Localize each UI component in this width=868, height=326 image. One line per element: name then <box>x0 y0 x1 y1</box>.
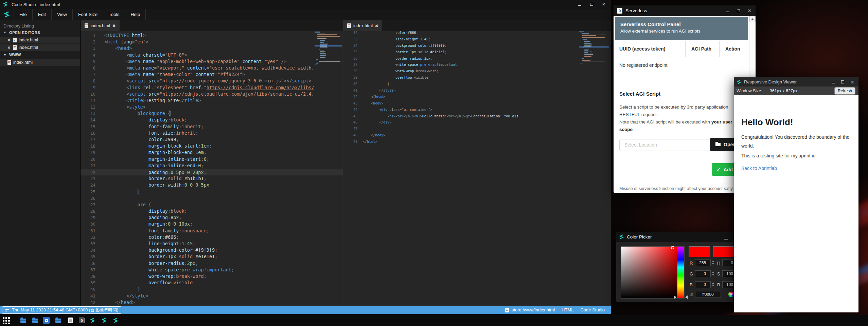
refresh-button[interactable]: Refresh <box>835 88 855 94</box>
status-datetime: Thu May 11 2023 21:54:48 GMT+0800 (台北標準時… <box>12 307 119 313</box>
minimap-cursor-indicator <box>579 46 609 47</box>
code-line: 41 </style> <box>81 293 343 299</box>
hue-marker-left-icon[interactable] <box>674 295 676 299</box>
scroll-up-button[interactable] <box>749 16 756 22</box>
code-line: 27 pre { <box>81 202 343 208</box>
viewer-titlebar[interactable]: Responsive Design Viewer ✕ <box>734 77 858 87</box>
sv-selector-marker[interactable] <box>671 246 674 249</box>
menu-edit[interactable]: Edit <box>32 9 51 20</box>
viewer-title: Responsive Design Viewer <box>744 79 797 84</box>
sidebar-section-www[interactable]: ▼WWW <box>0 52 80 58</box>
sidebar-item-index.html[interactable]: ✖index.html <box>0 44 80 51</box>
tab-close-icon[interactable]: ✖ <box>112 24 116 28</box>
close-icon[interactable]: ✖ <box>7 46 12 50</box>
file-icon <box>7 60 11 65</box>
menu-help[interactable]: Help <box>125 9 146 20</box>
taskbar-codestudio-icon[interactable] <box>113 318 119 323</box>
serverless-header-subtitle: Allow external services to run AGI scrip… <box>620 28 743 34</box>
code-editor-1[interactable]: 1<!DOCTYPE html>2<html lang="en">3 <head… <box>81 31 343 306</box>
taskbar-codestudio-icon[interactable] <box>101 318 107 323</box>
code-line: 17 color:#999; <box>81 136 343 143</box>
field-input[interactable]: 0 <box>695 270 711 277</box>
sidebar-item-index.html[interactable]: ✖index.html <box>0 37 80 43</box>
close-button[interactable]: ✕ <box>747 8 751 13</box>
maximize-button[interactable] <box>590 2 593 6</box>
status-language[interactable]: HTML <box>562 307 573 312</box>
taskbar-folder-icon[interactable] <box>55 318 61 323</box>
maximize-button[interactable] <box>841 80 844 84</box>
color-sphere-icon[interactable] <box>728 292 734 297</box>
endpoint-table-header: UUID (access token) AGI Path Action <box>614 41 749 57</box>
hue-slider[interactable] <box>677 246 685 299</box>
color-picker-title: Color Picker <box>627 234 652 239</box>
taskbar-codestudio-icon[interactable] <box>90 318 95 323</box>
stepper-icon[interactable] <box>712 261 714 265</box>
minimize-button[interactable] <box>726 9 729 13</box>
taskbar-folder-icon[interactable] <box>20 318 26 323</box>
taskbar-media-icon[interactable] <box>43 318 49 323</box>
code-line: 7 <meta name="theme-color" content="#ff9… <box>81 71 343 78</box>
code-editor-2[interactable]: 32 color:#666;33 line-height:1.45;34 bac… <box>343 31 611 306</box>
minimize-button[interactable] <box>578 2 581 6</box>
window-size-label: Window Size: <box>737 89 762 93</box>
code-line: 43 <body> <box>343 100 611 107</box>
select-location-input[interactable]: Select Location <box>619 139 709 151</box>
color-picker-titlebar[interactable]: Color Picker <box>616 232 736 242</box>
sidebar-section-open-editors[interactable]: ▼OPEN EDITORS <box>0 29 80 36</box>
code-line: 39 overflow:visible <box>81 280 343 286</box>
code-line: 28 display:block; <box>81 208 343 214</box>
maximize-button[interactable] <box>737 9 740 13</box>
status-datetime-group[interactable]: ⇄ Thu May 11 2023 21:54:48 GMT+0800 (台北標… <box>2 306 121 314</box>
minimap-1[interactable] <box>315 32 342 65</box>
endpoint-table-empty-row: No registered endpoint <box>614 57 749 73</box>
check-icon: ✓ <box>716 167 721 172</box>
serverless-title: Serverless <box>625 8 647 13</box>
close-icon[interactable]: ✖ <box>7 38 12 42</box>
code-line: 19 margin-block-end:1em; <box>81 149 343 156</box>
field-input[interactable]: 0 <box>695 281 711 288</box>
taskbar: 0 <box>0 315 868 326</box>
code-line: 48 </body> <box>343 132 611 139</box>
code-line: 33 line-height:1.45; <box>343 36 611 43</box>
serverless-titlebar[interactable]: 0 Serverless ✕ <box>614 5 756 16</box>
tab-index-html[interactable]: index.html ✖ <box>81 20 120 31</box>
code-line: 26 <box>81 195 343 202</box>
menu-tools[interactable]: Tools <box>103 9 125 20</box>
menu-file[interactable]: File <box>14 9 32 20</box>
taskbar-document-icon[interactable] <box>68 318 73 323</box>
stepper-icon[interactable] <box>712 271 714 275</box>
saturation-value-area[interactable] <box>621 246 677 299</box>
minimize-button[interactable] <box>832 80 835 84</box>
back-to-aprintlab-link[interactable]: Back to Aprintlab <box>741 166 777 171</box>
file-icon <box>85 23 88 28</box>
tab-index-html[interactable]: index.html ✖ <box>343 20 382 31</box>
minimap-2[interactable] <box>579 31 609 64</box>
code-line: 35 border:1px solid #e1e1e1; <box>343 49 611 56</box>
hue-marker-right-icon[interactable] <box>685 295 688 299</box>
close-button[interactable]: ✕ <box>602 2 605 6</box>
taskbar-serverless-icon[interactable]: 0 <box>79 318 85 323</box>
taskbar-folder-icon[interactable] <box>32 318 38 323</box>
code-line: 41 </style> <box>343 88 611 94</box>
menu-font-size[interactable]: Font Size <box>72 9 103 20</box>
field-input[interactable]: 255 <box>695 260 711 266</box>
page-heading: Hello World! <box>741 117 793 128</box>
field-label: B <box>717 282 720 287</box>
code-line: 10 <script src="https://cdnjs.cloudflare… <box>81 91 343 97</box>
menu-view[interactable]: View <box>51 9 72 20</box>
stepper-icon[interactable] <box>712 282 714 286</box>
titlebar[interactable]: Code Studio - index.html ✕ <box>0 0 611 9</box>
minimize-button[interactable] <box>724 236 728 240</box>
code-line: 36 border-radius:2px; <box>343 56 611 62</box>
field-label: G <box>690 271 693 276</box>
tab-close-icon[interactable]: ✖ <box>375 24 378 28</box>
code-line: 33 line-height:1.45; <box>81 241 343 247</box>
code-line: 13 blockquote { <box>81 110 343 117</box>
serverless-warning-text: Misuse of serverless function might affe… <box>619 185 749 193</box>
app-launcher-icon[interactable] <box>3 317 10 324</box>
close-button[interactable]: ✕ <box>850 80 854 84</box>
screen: Code Studio - index.html ✕ FileEditViewF… <box>0 0 868 326</box>
sidebar-item-index.html[interactable]: ✖index.html <box>0 59 80 66</box>
hex-input[interactable]: ff0000 <box>695 291 721 298</box>
tab-label: index.html <box>353 23 373 28</box>
